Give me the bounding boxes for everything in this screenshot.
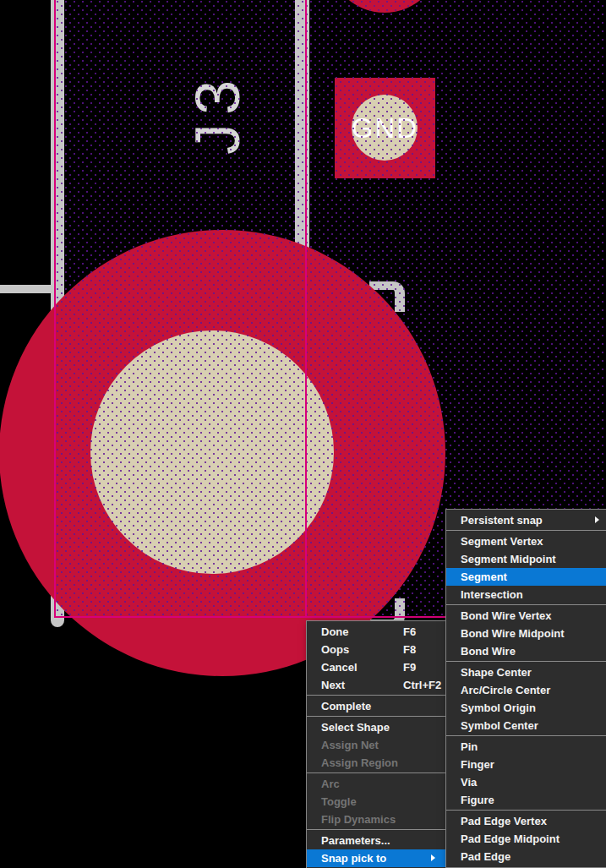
board-outline-horizontal-bar [0, 285, 52, 293]
menu-item-snap-pick-to[interactable]: Snap pick to [307, 849, 446, 867]
menu-item-finger[interactable]: Finger [446, 756, 606, 773]
menu-item-label: Assign Region [321, 756, 398, 769]
menu-item-label: Pad Edge Midpoint [461, 833, 560, 845]
menu-item-label: Persistent snap [461, 514, 543, 527]
menu-item-figure[interactable]: Figure [446, 791, 606, 809]
menu-item-label: Snap pick to [321, 852, 386, 865]
menu-item-label: Figure [461, 794, 494, 806]
menu-item-done[interactable]: DoneF6 [307, 623, 446, 641]
menu-item-label: Symbol Center [461, 719, 538, 732]
menu-item-label: Parameters... [321, 834, 390, 847]
shape-edit-context-menu: DoneF6OopsF8CancelF9NextCtrl+F2CompleteS… [306, 620, 447, 868]
menu-item-bond-wire-vertex[interactable]: Bond Wire Vertex [446, 607, 606, 625]
menu-item-shortcut: F9 [403, 658, 416, 676]
menu-item-label: Arc/Circle Center [461, 684, 550, 696]
menu-item-label: Complete [321, 700, 371, 712]
menu-item-arc-circle-center[interactable]: Arc/Circle Center [446, 681, 606, 699]
menu-item-label: Select Shape [321, 721, 390, 734]
menu-item-label: Intersection [461, 588, 523, 601]
menu-item-next[interactable]: NextCtrl+F2 [307, 676, 446, 694]
menu-item-pad-edge-vertex[interactable]: Pad Edge Vertex [446, 812, 606, 830]
menu-item-segment-midpoint[interactable]: Segment Midpoint [446, 550, 606, 568]
menu-item-flip-dynamics: Flip Dynamics [307, 811, 446, 828]
menu-item-label: Oops [321, 643, 349, 656]
menu-item-shortcut: F8 [403, 641, 416, 658]
submenu-arrow-icon [431, 854, 435, 861]
menu-item-persistent-snap[interactable]: Persistent snap [446, 511, 606, 529]
menu-item-oops[interactable]: OopsF8 [307, 641, 446, 658]
menu-item-label: Arc [321, 778, 340, 790]
shape-edge-vertical-line [305, 0, 307, 617]
menu-item-assign-net: Assign Net [307, 736, 446, 754]
menu-item-segment-vertex[interactable]: Segment Vertex [446, 532, 606, 550]
menu-item-bond-wire[interactable]: Bond Wire [446, 642, 606, 660]
menu-item-label: Via [461, 776, 477, 789]
menu-item-label: Segment [461, 570, 507, 583]
pcb-editor-canvas: { "canvas": { "reference_designator": "J… [0, 0, 606, 868]
menu-item-toggle: Toggle [307, 793, 446, 811]
submenu-arrow-icon [595, 516, 599, 523]
menu-item-label: Symbol Origin [461, 701, 536, 714]
menu-item-label: Bond Wire Midpoint [461, 627, 565, 640]
menu-item-label: Flip Dynamics [321, 813, 396, 826]
menu-item-label: Segment Midpoint [461, 553, 556, 565]
snap-pick-to-submenu: Persistent snapSegment VertexSegment Mid… [445, 509, 606, 868]
menu-item-label: Assign Net [321, 739, 379, 751]
menu-item-label: Done [321, 625, 349, 638]
menu-item-bond-wire-midpoint[interactable]: Bond Wire Midpoint [446, 625, 606, 642]
menu-item-label: Cancel [321, 661, 358, 674]
menu-item-cancel[interactable]: CancelF9 [307, 658, 446, 676]
menu-item-label: Pin [461, 740, 478, 753]
menu-item-label: Segment Vertex [461, 535, 543, 548]
menu-item-label: Pad Edge [461, 850, 510, 863]
menu-item-label: Pad Edge Vertex [461, 815, 547, 827]
menu-item-shortcut: F6 [403, 623, 416, 641]
menu-item-label: Shape Center [461, 666, 532, 679]
menu-item-arc: Arc [307, 775, 446, 793]
menu-item-parameters[interactable]: Parameters... [307, 832, 446, 849]
menu-item-symbol-origin[interactable]: Symbol Origin [446, 699, 606, 717]
menu-item-complete[interactable]: Complete [307, 697, 446, 715]
menu-item-pin[interactable]: Pin [446, 738, 606, 756]
menu-item-shortcut: Ctrl+F2 [403, 676, 441, 694]
menu-item-assign-region: Assign Region [307, 754, 446, 772]
menu-item-pad-edge[interactable]: Pad Edge [446, 848, 606, 865]
menu-item-label: Bond Wire [461, 645, 516, 658]
menu-item-label: Toggle [321, 795, 357, 808]
menu-item-pad-edge-midpoint[interactable]: Pad Edge Midpoint [446, 830, 606, 848]
menu-item-segment[interactable]: Segment [446, 568, 606, 586]
menu-item-label: Finger [461, 758, 494, 771]
menu-item-label: Bond Wire Vertex [461, 609, 552, 622]
menu-item-via[interactable]: Via [446, 773, 606, 791]
menu-item-shape-center[interactable]: Shape Center [446, 663, 606, 681]
menu-item-intersection[interactable]: Intersection [446, 586, 606, 603]
menu-item-select-shape[interactable]: Select Shape [307, 718, 446, 736]
menu-item-symbol-center[interactable]: Symbol Center [446, 717, 606, 734]
menu-item-label: Next [321, 679, 345, 691]
